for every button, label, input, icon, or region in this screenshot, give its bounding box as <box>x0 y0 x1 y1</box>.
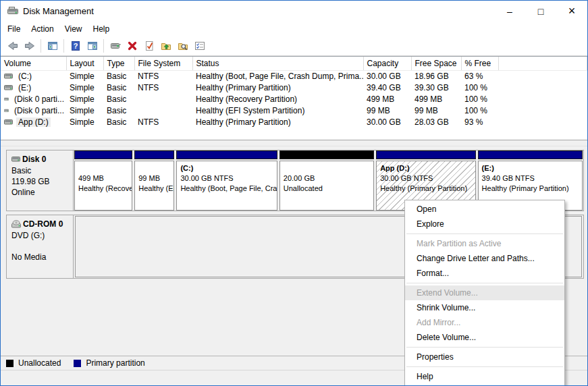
menu-separator <box>406 366 563 367</box>
menu-file[interactable]: File <box>2 23 26 35</box>
table-row[interactable]: (Disk 0 parti... Simple Basic Healthy (E… <box>1 105 587 116</box>
menu-item-shrink-volume[interactable]: Shrink Volume... <box>405 300 564 315</box>
column-header-capacity[interactable]: Capacity <box>363 57 411 70</box>
cdrom-icon <box>11 220 21 228</box>
volume-icon <box>4 84 13 91</box>
volume-name: App (D:) <box>16 117 51 127</box>
cell-file-system: NTFS <box>134 82 192 93</box>
menu-item-extend-volume: Extend Volume... <box>405 285 564 300</box>
cdrom-0-panel[interactable]: CD-ROM 0 DVD (G:) No Media <box>7 215 74 278</box>
app-icon <box>7 7 18 16</box>
svg-text:?: ? <box>73 42 78 50</box>
cell-layout: Simple <box>66 82 103 93</box>
delete-button[interactable] <box>124 38 140 54</box>
partition-context-menu: Open Explore Mark Partition as Active Ch… <box>404 200 565 386</box>
cell-capacity: 99 MB <box>363 105 411 116</box>
cell-pct-free: 100 % <box>461 82 498 93</box>
open-folder-button[interactable] <box>157 38 174 54</box>
cell-capacity: 39.40 GB <box>363 82 411 93</box>
pane-splitter[interactable] <box>1 140 587 146</box>
back-button[interactable] <box>4 38 21 54</box>
disk-0-panel[interactable]: Disk 0 Basic 119.98 GB Online <box>7 150 74 211</box>
menu-action[interactable]: Action <box>26 23 59 35</box>
cell-layout: Simple <box>66 105 103 116</box>
partition-name: (E:) <box>482 163 579 173</box>
table-row[interactable]: (E:) Simple Basic NTFS Healthy (Primary … <box>1 82 587 93</box>
cdrom-media-status: No Media <box>11 252 69 263</box>
show-action-pane-button[interactable] <box>84 38 101 54</box>
column-header-type[interactable]: Type <box>103 57 134 70</box>
table-row[interactable]: (Disk 0 parti... Simple Basic Healthy (R… <box>1 93 587 105</box>
cell-type: Basic <box>103 116 134 128</box>
partition-size: 30.00 GB NTFS <box>380 173 471 184</box>
column-header-pct-free[interactable]: % Free <box>461 57 498 70</box>
volume-icon <box>4 73 13 80</box>
partition-color-band <box>279 150 374 159</box>
cell-type: Basic <box>103 70 134 82</box>
menu-item-help[interactable]: Help <box>405 369 564 384</box>
show-console-tree-button[interactable] <box>44 38 61 54</box>
table-row[interactable]: (C:) Simple Basic NTFS Healthy (Boot, Pa… <box>1 70 587 82</box>
device-button[interactable] <box>107 38 124 54</box>
explore-folder-button[interactable] <box>174 38 191 54</box>
volume-name: (E:) <box>16 83 33 92</box>
cell-capacity: 499 MB <box>363 93 411 105</box>
partition-efi[interactable]: 99 MB Healthy (EFI System Partition) <box>134 150 174 211</box>
column-header-layout[interactable]: Layout <box>66 57 103 70</box>
table-row-selected[interactable]: App (D:) Simple Basic NTFS Healthy (Prim… <box>1 116 587 128</box>
column-header-file-system[interactable]: File System <box>134 57 192 70</box>
cell-free-space: 28.03 GB <box>411 116 461 128</box>
menu-item-properties[interactable]: Properties <box>405 350 564 364</box>
cell-file-system: NTFS <box>134 116 192 128</box>
help-button[interactable]: ? <box>67 38 84 54</box>
cell-pct-free: 93 % <box>461 116 498 128</box>
volume-list-pane: Volume Layout Type File System Status Ca… <box>1 56 587 140</box>
cdrom-drive-letter: DVD (G:) <box>11 230 69 241</box>
partition-name: (C:) <box>180 163 273 173</box>
volume-icon <box>4 96 9 103</box>
primary-partition-swatch <box>74 360 81 367</box>
disk-management-window: Disk Management – □ × File Action View H… <box>0 0 588 386</box>
column-header-free-space[interactable]: Free Space <box>411 57 461 70</box>
cell-type: Basic <box>103 105 134 116</box>
partition-size: 20.00 GB <box>284 173 370 184</box>
legend-label-primary-partition: Primary partition <box>86 358 144 368</box>
cell-file-system <box>134 105 192 116</box>
partition-c[interactable]: (C:) 30.00 GB NTFS Healthy (Boot, Page F… <box>176 150 277 211</box>
toolbar: ? <box>1 36 587 56</box>
menu-item-open[interactable]: Open <box>405 202 564 217</box>
close-button[interactable]: × <box>556 1 587 22</box>
column-header-volume[interactable]: Volume <box>1 57 66 70</box>
column-header-status[interactable]: Status <box>192 57 363 70</box>
forward-button[interactable] <box>21 38 38 54</box>
menu-view[interactable]: View <box>59 23 88 35</box>
cdrom-spacer <box>11 241 69 252</box>
partition-name <box>78 163 128 173</box>
partition-recovery[interactable]: 499 MB Healthy (Recovery Partition) <box>74 150 132 211</box>
partition-color-band <box>134 150 174 159</box>
menu-item-delete-volume[interactable]: Delete Volume... <box>405 330 564 345</box>
partition-name: App (D:) <box>380 163 471 173</box>
menu-help[interactable]: Help <box>88 23 115 35</box>
menu-item-add-mirror: Add Mirror... <box>405 315 564 330</box>
partition-name <box>138 163 170 173</box>
menu-separator <box>406 347 563 348</box>
cell-free-space: 499 MB <box>411 93 461 105</box>
minimize-button[interactable]: – <box>494 1 525 22</box>
cell-free-space: 39.30 GB <box>411 82 461 93</box>
properties-list-button[interactable] <box>191 38 208 54</box>
disk-size: 119.98 GB <box>11 176 69 187</box>
partition-unallocated[interactable]: 20.00 GB Unallocated <box>279 150 374 211</box>
maximize-button[interactable]: □ <box>525 1 556 22</box>
cell-layout: Simple <box>66 116 103 128</box>
cdrom-name: CD-ROM 0 <box>23 219 63 229</box>
volume-icon <box>4 107 9 114</box>
menu-item-format[interactable]: Format... <box>405 266 564 281</box>
menu-item-explore[interactable]: Explore <box>405 217 564 231</box>
partition-status: Unallocated <box>284 184 370 194</box>
partition-size: 30.00 GB NTFS <box>180 173 273 184</box>
volume-table: Volume Layout Type File System Status Ca… <box>1 57 587 128</box>
menu-separator <box>406 283 563 283</box>
check-document-button[interactable] <box>140 38 157 54</box>
menu-item-change-drive-letter[interactable]: Change Drive Letter and Paths... <box>405 251 564 266</box>
